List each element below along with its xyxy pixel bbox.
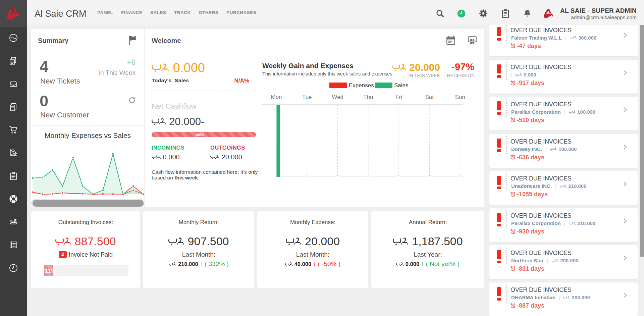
svg-text:Tue: Tue	[302, 94, 312, 100]
svg-text:Mon: Mon	[271, 94, 282, 100]
svg-text:Sat: Sat	[425, 94, 434, 100]
svg-text:Sun: Sun	[455, 94, 465, 100]
svg-text:Thu: Thu	[363, 94, 373, 100]
svg-text:Wed: Wed	[332, 94, 343, 100]
svg-text:Fri: Fri	[395, 94, 402, 100]
